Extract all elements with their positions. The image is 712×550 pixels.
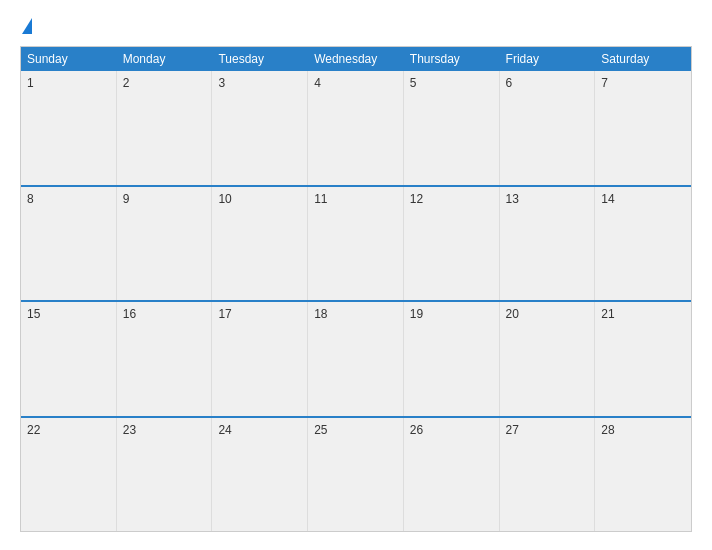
day-cell: 25 — [308, 418, 404, 532]
day-cell: 8 — [21, 187, 117, 301]
day-cell: 15 — [21, 302, 117, 416]
day-number: 11 — [314, 191, 397, 208]
day-cell: 5 — [404, 71, 500, 185]
day-cell: 21 — [595, 302, 691, 416]
day-cell: 27 — [500, 418, 596, 532]
logo-icon — [20, 18, 34, 34]
day-cell: 2 — [117, 71, 213, 185]
day-cell: 9 — [117, 187, 213, 301]
day-number: 19 — [410, 306, 493, 323]
day-cell: 11 — [308, 187, 404, 301]
day-cell: 14 — [595, 187, 691, 301]
day-cell: 17 — [212, 302, 308, 416]
day-number: 6 — [506, 75, 589, 92]
calendar: SundayMondayTuesdayWednesdayThursdayFrid… — [20, 46, 692, 532]
day-header-monday: Monday — [117, 47, 213, 71]
day-number: 14 — [601, 191, 685, 208]
day-cell: 26 — [404, 418, 500, 532]
day-cell: 4 — [308, 71, 404, 185]
day-number: 20 — [506, 306, 589, 323]
day-cell: 12 — [404, 187, 500, 301]
day-number: 8 — [27, 191, 110, 208]
day-number: 9 — [123, 191, 206, 208]
calendar-page: SundayMondayTuesdayWednesdayThursdayFrid… — [0, 0, 712, 550]
day-number: 22 — [27, 422, 110, 439]
day-number: 4 — [314, 75, 397, 92]
day-cell: 7 — [595, 71, 691, 185]
day-number: 3 — [218, 75, 301, 92]
day-cell: 16 — [117, 302, 213, 416]
logo-triangle-icon — [22, 18, 32, 34]
day-cell: 23 — [117, 418, 213, 532]
day-number: 10 — [218, 191, 301, 208]
day-number: 25 — [314, 422, 397, 439]
day-header-saturday: Saturday — [595, 47, 691, 71]
day-header-thursday: Thursday — [404, 47, 500, 71]
day-cell: 24 — [212, 418, 308, 532]
day-header-wednesday: Wednesday — [308, 47, 404, 71]
week-row-2: 891011121314 — [21, 185, 691, 301]
day-cell: 6 — [500, 71, 596, 185]
day-header-tuesday: Tuesday — [212, 47, 308, 71]
day-number: 16 — [123, 306, 206, 323]
day-number: 26 — [410, 422, 493, 439]
day-cell: 3 — [212, 71, 308, 185]
day-number: 12 — [410, 191, 493, 208]
header — [20, 18, 692, 34]
day-cell: 10 — [212, 187, 308, 301]
day-number: 21 — [601, 306, 685, 323]
calendar-body: 1234567891011121314151617181920212223242… — [21, 71, 691, 531]
day-cell: 13 — [500, 187, 596, 301]
day-headers: SundayMondayTuesdayWednesdayThursdayFrid… — [21, 47, 691, 71]
day-cell: 22 — [21, 418, 117, 532]
day-number: 17 — [218, 306, 301, 323]
week-row-1: 1234567 — [21, 71, 691, 185]
day-number: 13 — [506, 191, 589, 208]
day-number: 5 — [410, 75, 493, 92]
day-number: 23 — [123, 422, 206, 439]
day-number: 27 — [506, 422, 589, 439]
day-number: 7 — [601, 75, 685, 92]
day-cell: 1 — [21, 71, 117, 185]
day-cell: 18 — [308, 302, 404, 416]
day-number: 2 — [123, 75, 206, 92]
day-header-sunday: Sunday — [21, 47, 117, 71]
day-cell: 19 — [404, 302, 500, 416]
day-header-friday: Friday — [500, 47, 596, 71]
day-number: 18 — [314, 306, 397, 323]
day-number: 15 — [27, 306, 110, 323]
day-cell: 28 — [595, 418, 691, 532]
logo — [20, 18, 34, 34]
week-row-3: 15161718192021 — [21, 300, 691, 416]
day-number: 28 — [601, 422, 685, 439]
week-row-4: 22232425262728 — [21, 416, 691, 532]
day-number: 24 — [218, 422, 301, 439]
day-number: 1 — [27, 75, 110, 92]
day-cell: 20 — [500, 302, 596, 416]
